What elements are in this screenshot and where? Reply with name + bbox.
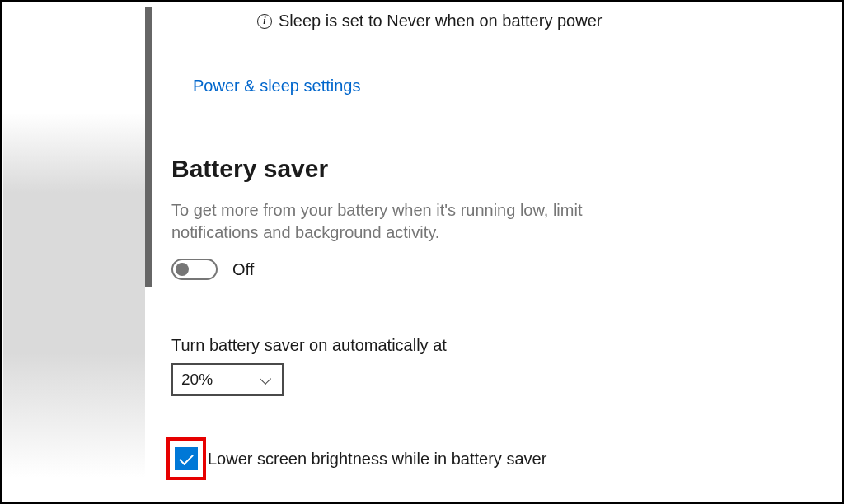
checkmark-icon — [179, 450, 194, 465]
sleep-notice-text: Sleep is set to Never when on battery po… — [279, 12, 602, 30]
battery-saver-toggle-row: Off — [171, 259, 826, 280]
sidebar-background — [3, 3, 145, 502]
battery-saver-toggle[interactable] — [171, 259, 218, 280]
highlight-annotation — [166, 437, 206, 480]
scrollbar[interactable] — [145, 7, 152, 287]
brightness-checkbox-row: Lower screen brightness while in battery… — [166, 437, 826, 480]
battery-saver-heading: Battery saver — [171, 155, 826, 183]
settings-content: i Sleep is set to Never when on battery … — [171, 7, 826, 497]
sleep-notice-row: i Sleep is set to Never when on battery … — [257, 12, 826, 30]
chevron-down-icon — [260, 374, 272, 385]
threshold-value: 20% — [181, 371, 213, 389]
brightness-checkbox-label: Lower screen brightness while in battery… — [208, 450, 546, 469]
toggle-knob-icon — [176, 263, 189, 276]
auto-on-label: Turn battery saver on automatically at — [171, 336, 826, 355]
battery-saver-toggle-label: Off — [232, 260, 254, 279]
power-sleep-link[interactable]: Power & sleep settings — [193, 77, 360, 96]
info-icon: i — [257, 14, 272, 29]
threshold-dropdown[interactable]: 20% — [171, 363, 284, 396]
brightness-checkbox[interactable] — [175, 447, 198, 470]
battery-saver-description: To get more from your battery when it's … — [171, 199, 649, 244]
